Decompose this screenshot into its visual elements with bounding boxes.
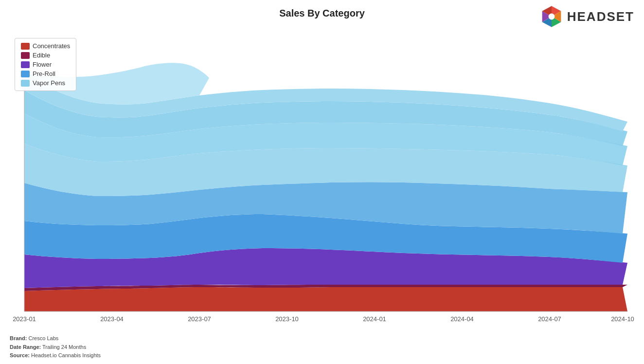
- legend-color-edible: [21, 52, 30, 59]
- chart-svg: 2023-01 2023-04 2023-07 2023-10 2024-01 …: [0, 29, 644, 336]
- chart-container: Sales By Category HEADSET: [0, 0, 644, 364]
- footer-brand: Brand: Cresco Labs: [10, 334, 101, 343]
- xaxis-label-8: 2024-10: [611, 315, 634, 323]
- legend-label-flower: Flower: [33, 61, 52, 68]
- legend-color-flower: [21, 61, 30, 68]
- xaxis-label-6: 2024-04: [450, 315, 474, 323]
- concentrates-area: [24, 287, 627, 311]
- legend-item-preroll: Pre-Roll: [21, 70, 70, 77]
- source-value: Headset.io Cannabis Insights: [31, 352, 101, 358]
- legend-color-vapor-pens: [21, 80, 30, 87]
- brand-value: Cresco Labs: [29, 335, 59, 341]
- legend-item-flower: Flower: [21, 61, 70, 68]
- brand-label: Brand:: [10, 335, 27, 341]
- legend-label-preroll: Pre-Roll: [33, 70, 55, 77]
- xaxis-label-7: 2024-07: [538, 315, 561, 323]
- footer-source: Source: Headset.io Cannabis Insights: [10, 351, 101, 360]
- headset-logo-icon: [540, 5, 563, 28]
- date-range-label: Date Range:: [10, 344, 41, 350]
- xaxis-label-4: 2023-10: [275, 315, 299, 323]
- xaxis-label-3: 2023-07: [188, 315, 211, 323]
- logo: HEADSET: [540, 5, 634, 28]
- footer-info: Brand: Cresco Labs Date Range: Trailing …: [10, 334, 101, 360]
- legend-item-edible: Edible: [21, 52, 70, 59]
- xaxis-label-1: 2023-01: [13, 315, 36, 323]
- legend-label-concentrates: Concentrates: [33, 42, 70, 50]
- legend-color-concentrates: [21, 43, 30, 50]
- svg-point-7: [548, 14, 555, 20]
- xaxis-label-5: 2024-01: [363, 315, 386, 323]
- legend-item-concentrates: Concentrates: [21, 42, 70, 50]
- footer-date-range: Date Range: Trailing 24 Months: [10, 343, 101, 352]
- chart-legend: Concentrates Edible Flower Pre-Roll Vapo…: [15, 38, 76, 91]
- source-label: Source:: [10, 352, 30, 358]
- legend-item-vapor-pens: Vapor Pens: [21, 79, 70, 87]
- xaxis-label-2: 2023-04: [100, 315, 124, 323]
- legend-label-vapor-pens: Vapor Pens: [33, 79, 65, 87]
- date-range-value: Trailing 24 Months: [42, 344, 86, 350]
- legend-color-preroll: [21, 71, 30, 77]
- logo-text: HEADSET: [567, 9, 634, 24]
- legend-label-edible: Edible: [33, 52, 50, 59]
